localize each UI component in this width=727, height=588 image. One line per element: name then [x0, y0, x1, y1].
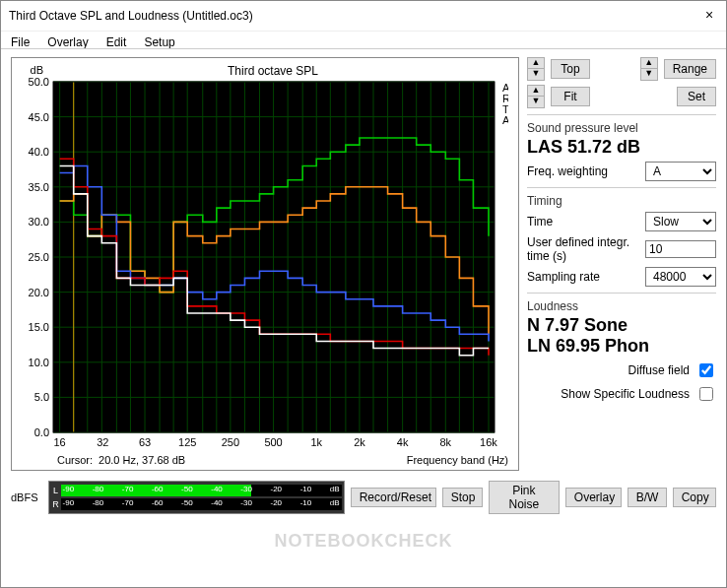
spl-section-label: Sound pressure level — [527, 121, 716, 135]
range-button[interactable]: Range — [664, 59, 716, 79]
spl-value: LAS 51.72 dB — [527, 137, 716, 158]
top-button[interactable]: Top — [551, 59, 590, 79]
close-icon[interactable]: × — [700, 7, 718, 25]
chart-xlabel: Frequency band (Hz) — [407, 454, 508, 466]
sampling-rate-label: Sampling rate — [527, 270, 639, 284]
sampling-rate-select[interactable]: 48000 — [645, 267, 716, 287]
show-specific-loudness-label: Show Specific Loudness — [561, 387, 690, 401]
level-meter: L -90-80-70-60-50-40-30-20-10dB R -90-80… — [48, 481, 345, 514]
bottom-toolbar: dBFS L -90-80-70-60-50-40-30-20-10dB R -… — [11, 481, 716, 514]
svg-text:2k: 2k — [354, 436, 365, 448]
meter-channel-l: L — [51, 486, 61, 495]
chart-ylabel: dB — [18, 64, 47, 78]
svg-text:125: 125 — [178, 436, 196, 448]
time-label: Time — [527, 215, 639, 229]
integration-time-input[interactable] — [645, 240, 716, 258]
svg-text:63: 63 — [139, 436, 151, 448]
svg-text:50.0: 50.0 — [29, 78, 49, 88]
svg-text:32: 32 — [97, 436, 108, 448]
timing-section-label: Timing — [527, 194, 716, 208]
menu-edit[interactable]: Edit — [106, 35, 127, 49]
window-title: Third Octave SPL and Loudness (Untitled.… — [9, 9, 700, 23]
range-stepper[interactable]: ▲▼ — [640, 57, 658, 81]
svg-text:40.0: 40.0 — [29, 146, 49, 158]
svg-text:20.0: 20.0 — [29, 287, 49, 298]
pink-noise-button[interactable]: Pink Noise — [489, 481, 560, 514]
loudness-section-label: Loudness — [527, 299, 716, 313]
chart-title: Third octave SPL — [47, 64, 498, 78]
watermark: NOTEBOOKCHECK — [1, 531, 726, 552]
svg-text:15.0: 15.0 — [29, 321, 49, 333]
svg-text:5.0: 5.0 — [34, 391, 49, 403]
svg-text:1k: 1k — [310, 436, 322, 448]
bw-button[interactable]: B/W — [628, 488, 667, 507]
meter-channel-r: R — [51, 499, 61, 509]
svg-text:25.0: 25.0 — [29, 251, 49, 263]
svg-text:35.0: 35.0 — [29, 181, 49, 193]
svg-text:0.0: 0.0 — [34, 426, 49, 438]
svg-text:45.0: 45.0 — [29, 111, 49, 123]
weighting-label: Freq. weighting — [527, 164, 639, 178]
menu-overlay[interactable]: Overlay — [47, 35, 88, 49]
cursor-label: Cursor: — [57, 454, 93, 466]
menu-setup[interactable]: Setup — [144, 35, 174, 49]
svg-text:500: 500 — [264, 436, 282, 448]
menu-file[interactable]: File — [11, 35, 30, 49]
top-stepper[interactable]: ▲▼ — [527, 57, 545, 81]
cursor-value: 20.0 Hz, 37.68 dB — [99, 454, 185, 466]
weighting-select[interactable]: A — [645, 162, 716, 181]
fit-button[interactable]: Fit — [551, 87, 590, 106]
copy-button[interactable]: Copy — [673, 488, 716, 507]
integration-time-label: User defined integr. time (s) — [527, 235, 639, 263]
show-specific-loudness-checkbox[interactable] — [699, 387, 713, 401]
diffuse-field-label: Diffuse field — [628, 363, 690, 377]
loudness-phon: LN 69.95 Phon — [527, 336, 716, 357]
svg-text:8k: 8k — [439, 436, 451, 448]
side-panel: ▲▼ Top ▲▼ Range ▲▼ Fit Set — [527, 57, 716, 471]
svg-text:30.0: 30.0 — [29, 216, 49, 228]
diffuse-field-checkbox[interactable] — [699, 363, 713, 377]
titlebar: Third Octave SPL and Loudness (Untitled.… — [1, 1, 726, 32]
overlay-button[interactable]: Overlay — [565, 488, 622, 507]
loudness-sone: N 7.97 Sone — [527, 315, 716, 336]
svg-text:16: 16 — [54, 436, 66, 448]
svg-text:10.0: 10.0 — [29, 357, 49, 368]
content-area: dB Third octave SPL 0.05.010.015.020.025… — [1, 48, 726, 587]
svg-text:250: 250 — [222, 436, 239, 448]
svg-text:A: A — [502, 114, 508, 126]
dbfs-label: dBFS — [11, 491, 38, 503]
time-select[interactable]: Slow — [645, 212, 716, 231]
app-window: Third Octave SPL and Loudness (Untitled.… — [0, 0, 727, 588]
svg-text:4k: 4k — [397, 436, 409, 448]
fit-stepper[interactable]: ▲▼ — [527, 85, 545, 108]
set-button[interactable]: Set — [677, 87, 716, 106]
spl-chart[interactable]: 0.05.010.015.020.025.030.035.040.045.050… — [18, 78, 508, 452]
record-reset-button[interactable]: Record/Reset — [351, 488, 436, 507]
svg-text:16k: 16k — [480, 436, 497, 448]
chart-panel: dB Third octave SPL 0.05.010.015.020.025… — [11, 57, 519, 471]
stop-button[interactable]: Stop — [442, 488, 483, 507]
